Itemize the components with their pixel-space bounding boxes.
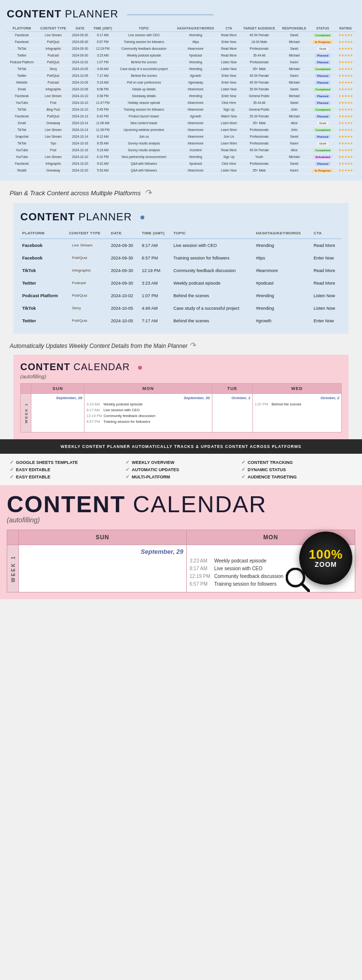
list-item: 1:07 PMBehind the scenes (255, 402, 339, 406)
full-col-target-audience: TARGET AUDIENCE (239, 25, 279, 32)
calendar-autofilling: (autofilling) (20, 374, 342, 379)
arrow-icon: ↷ (144, 187, 152, 198)
table-row: FacebookLive Stream2024-09-308:17 AMLive… (7, 32, 355, 39)
full-col-platform: PLATFORM (7, 25, 37, 32)
magnifier-icon (286, 568, 310, 592)
table-row: FacebookInfographic2024-10-209:22 AMQ&A … (7, 160, 355, 167)
table-row: TikTokStory2024-10-054:49 AMCase study o… (7, 66, 355, 72)
table-row: TikTokLive Stream2024-10-1411:36 PMUpcom… (7, 127, 355, 133)
full-col-time--gmt-: TIME (GMT) (91, 25, 115, 32)
cal-week-label: WEEK 1 (21, 394, 31, 432)
cal-header-tue: TUE (212, 384, 252, 394)
cal-wed-cell: October, 2 1:07 PMBehind the scenes (252, 394, 341, 432)
preview-planner-title: CONTENT PLANNER (20, 211, 342, 223)
table-row: FacebookPoll/Quiz2024-10-136:42 PMProduc… (7, 113, 355, 120)
calendar-table: SUN MON TUE WED WEEK 1 September, 29 Sep… (20, 383, 342, 432)
feature-item-6: ✓EASY EDITABLE (10, 474, 121, 479)
feature-item-2: ✓CONTENT TRACKING (241, 460, 352, 465)
list-item: 8:17 AMLive session with CEO (86, 408, 209, 412)
cal-header-wed: WED (252, 384, 341, 394)
table-row: TwitterPodcast2024-09-303:23 AMWeekly po… (7, 52, 355, 59)
cal-sun-date: September, 29 (33, 396, 82, 400)
table-row: Podcast PlatformPoll/Quiz2024-10-021:07 … (20, 289, 342, 302)
table-row: TikTokStory2024-10-054:49 AMCase study o… (20, 302, 342, 315)
large-cal-sun-date: September, 29 (22, 548, 183, 555)
table-row: FacebookLive Stream2024-09-308:17 AMLive… (20, 239, 342, 252)
full-col-hashtag-keywords: HASHTAG/KEYWORDS (173, 25, 218, 32)
table-row: YouTubePost2024-10-165:19 AMSurvey resul… (7, 147, 355, 154)
large-cal-empty-header (7, 530, 19, 545)
zoom-percent: 100% (309, 548, 343, 561)
list-item: 12:19 PMCommunity feedback discussion (86, 414, 209, 418)
table-row: TwitterPoll/Quiz2024-10-057:17 AMBehind … (20, 315, 342, 327)
svg-line-1 (302, 584, 309, 591)
cal-header-sun: SUN (31, 384, 84, 394)
preview-col-topic: TOPIC (171, 228, 254, 239)
table-row: YouTubeLive Stream2024-10-106:10 PMNew p… (7, 154, 355, 160)
list-item: 6:57 PMTraining session for followers (86, 419, 209, 424)
preview-col-hashtag-keywords: HASHTAG/KEYWORDS (254, 228, 312, 239)
features-section: ✓GOOGLE SHEETS TEMPLATE✓WEEKLY OVERVIEW✓… (0, 454, 362, 485)
cal-tue-cell: October, 1 (212, 394, 252, 432)
table-row: FacebookPoll/Quiz2024-09-306:57 PMTraini… (7, 39, 355, 45)
table-row: TikTokInfographic2024-09-3012:19 PMCommu… (20, 264, 342, 277)
full-col-rating: RATING (336, 25, 355, 32)
feature-item-7: ✓MULTI-PLATFORM (125, 474, 237, 479)
table-row: TwitterPoll/Quiz2024-10-057:17 AMBehind … (7, 72, 355, 79)
feature-item-8: ✓AUDIENCE TARGETING (241, 474, 352, 479)
large-autofilling: (autofilling) (7, 516, 355, 524)
large-cal-sun-header: SUN (19, 530, 187, 545)
table-row: TikTokInfographic2024-09-3012:19 PMCommu… (7, 45, 355, 52)
table-row: TwitterPodcast2024-09-303:23 AMWeekly po… (20, 277, 342, 289)
preview-col-platform: PLATFORM (20, 228, 67, 239)
feature-item-0: ✓GOOGLE SHEETS TEMPLATE (10, 460, 121, 465)
table-row: FacebookPoll/Quiz2024-09-306:57 PMTraini… (20, 252, 342, 264)
feature-item-5: ✓DYNAMIC STATUS (241, 467, 352, 472)
cal-mon-date: September, 30 (86, 396, 209, 400)
cal-header-mon: MON (84, 384, 212, 394)
full-col-cta: CTA (218, 25, 239, 32)
table-row: RedditGiveaway2024-10-205:53 AMQ&A with … (7, 167, 355, 174)
cal-header-empty (21, 384, 31, 394)
large-week-label: WEEK 1 (7, 545, 19, 592)
zoom-text: ZOOM (315, 561, 337, 568)
table-row: EmailInfographic2024-10-066:08 PMHeads u… (7, 86, 355, 93)
calendar-title: CONTENT CALENDAR (20, 361, 342, 373)
table-row: EmailGiveaway2024-10-1411:06 AMNew conte… (7, 120, 355, 127)
section-preview-planner: CONTENT PLANNER PLATFORMCONTENT TYPEDATE… (14, 203, 348, 334)
feature-item-4: ✓AUTOMATIC UPDATES (125, 467, 237, 472)
full-col-responsible: RESPONSIBLE (279, 25, 309, 32)
section-full-planner: CONTENT PLANNER PLATFORMCONTENT TYPEDATE… (0, 0, 362, 181)
preview-col-date: DATE (109, 228, 140, 239)
large-cal-sun-cell: September, 29 (19, 545, 187, 592)
divider-2: Automatically Updates Weekly Content Det… (0, 334, 362, 355)
cal-sun-cell: September, 29 (31, 394, 84, 432)
calendar-progress-dot (138, 366, 142, 370)
progress-dot (140, 216, 144, 219)
dark-banner: WEEKLY CONTENT PLANNER AUTOMATICALLY TRA… (0, 439, 362, 454)
section-large-calendar: CONTENT CALENDAR (autofilling) SUN MON W… (0, 485, 362, 599)
table-row: YouTubePost2024-10-1011:47 PMHoliday sea… (7, 100, 355, 106)
preview-planner-table: PLATFORMCONTENT TYPEDATETIME (GMT)TOPICH… (20, 228, 342, 327)
feature-item-3: ✓EASY EDITABLE (10, 467, 121, 472)
table-row: Podcast PlatformPoll/Quiz2024-10-021:07 … (7, 59, 355, 66)
cal-wed-date: October, 2 (255, 396, 339, 400)
table-row: WebsitePodcast2024-10-065:19 AMPoll on u… (7, 79, 355, 86)
cal-tue-date: October, 1 (214, 396, 251, 400)
large-cal-title: CONTENT CALENDAR (7, 493, 355, 516)
cal-mon-cell: September, 30 3:23 AMWeekly podcast epis… (84, 394, 212, 432)
table-row: FacebookLive Stream2024-10-103:38 PMGive… (7, 93, 355, 100)
full-col-date: DATE (70, 25, 91, 32)
table-row: TikTokBlog Post2024-10-105:45 PMTraining… (7, 106, 355, 113)
progress-line (127, 14, 214, 15)
full-col-content-type: CONTENT TYPE (37, 25, 70, 32)
section-calendar: CONTENT CALENDAR (autofilling) SUN MON T… (14, 355, 348, 439)
preview-col-content-type: CONTENT TYPE (67, 228, 109, 239)
full-col-topic: TOPIC (115, 25, 173, 32)
table-row: SnapchatLive Stream2024-10-148:12 AMJoin… (7, 133, 355, 140)
list-item: 3:23 AMWeekly podcast episode (86, 402, 209, 406)
full-planner-table: PLATFORMCONTENT TYPEDATETIME (GMT)TOPICH… (7, 25, 355, 174)
full-planner-title: CONTENT PLANNER (7, 8, 355, 20)
full-col-status: STATUS (309, 25, 336, 32)
preview-col-cta: CTA (312, 228, 342, 239)
